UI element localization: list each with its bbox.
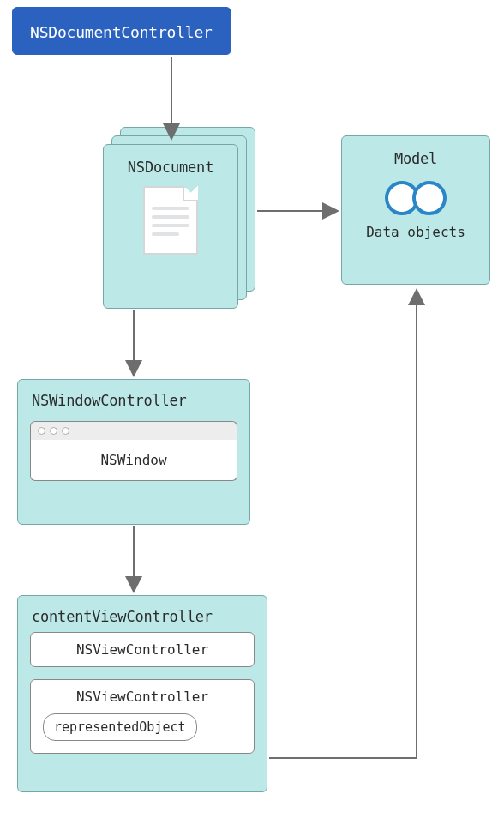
model-caption: Data objects — [342, 224, 489, 254]
content-vc-label: contentViewController — [18, 596, 267, 632]
doc-controller-label: NSDocumentController — [13, 8, 231, 57]
window-label: NSWindow — [30, 440, 237, 481]
vc2-label: NSViewController — [76, 689, 208, 705]
window-controller-label: NSWindowController — [18, 380, 249, 416]
window-controller-node: NSWindowController NSWindow — [17, 379, 250, 525]
model-node: Model Data objects — [341, 135, 490, 285]
window-titlebar-icon — [30, 421, 237, 440]
vc2-box: NSViewController representedObject — [30, 679, 255, 754]
document-icon — [143, 186, 198, 255]
vc1-box: NSViewController — [30, 632, 255, 667]
document-node: NSDocument — [103, 144, 238, 309]
vc1-label: NSViewController — [76, 641, 208, 658]
represented-label: representedObject — [54, 719, 186, 735]
model-label: Model — [342, 136, 489, 174]
content-vc-node: contentViewController NSViewController N… — [17, 595, 267, 792]
doc-controller-node: NSDocumentController — [12, 7, 231, 55]
document-label: NSDocument — [104, 145, 237, 183]
rings-icon — [342, 181, 489, 215]
represented-box: representedObject — [43, 713, 197, 741]
